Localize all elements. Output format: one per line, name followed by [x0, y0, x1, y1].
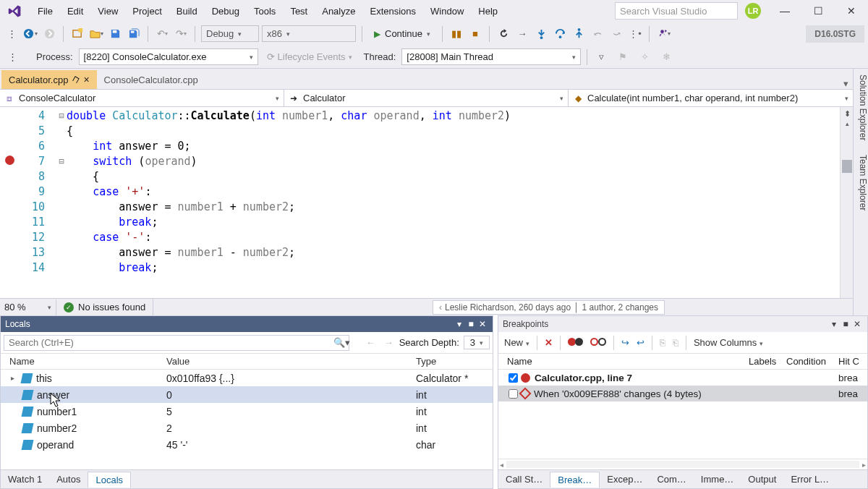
- new-breakpoint-dropdown[interactable]: New ▾: [504, 337, 529, 348]
- locals-row[interactable]: this0x010ffa93 {...}Calculator *: [1, 370, 493, 386]
- breakpoint-row[interactable]: Calculator.cpp, line 7brea: [498, 370, 867, 386]
- new-project-button[interactable]: [69, 26, 85, 42]
- bp-col-labels[interactable]: Labels: [749, 354, 786, 369]
- open-file-button[interactable]: ▾: [88, 26, 104, 42]
- panel-tab-locals[interactable]: Locals: [88, 472, 131, 488]
- restart-button[interactable]: [495, 26, 511, 42]
- breakpoint-gutter[interactable]: [0, 107, 20, 298]
- col-header-value[interactable]: Value: [163, 354, 413, 369]
- vertical-scrollbar[interactable]: ▴: [841, 120, 853, 298]
- menu-extensions[interactable]: Extensions: [362, 3, 423, 20]
- user-badge[interactable]: LR: [745, 3, 761, 19]
- panel-tab[interactable]: Output: [741, 472, 783, 487]
- save-button[interactable]: [107, 26, 123, 42]
- codelens-pill[interactable]: ‹ Leslie Richardson, 260 days ago │ 1 au…: [433, 300, 665, 315]
- go-to-source-button[interactable]: ⎘: [660, 337, 665, 348]
- close-icon[interactable]: ✕: [477, 318, 488, 330]
- breakpoint-checkbox[interactable]: [509, 373, 518, 383]
- thread-flag-button[interactable]: ▿: [593, 49, 609, 65]
- horizontal-scrollbar[interactable]: ◂▸: [498, 459, 867, 469]
- locals-row[interactable]: number22int: [1, 420, 493, 436]
- menu-analyze[interactable]: Analyze: [315, 3, 362, 20]
- breakpoint-glyph-icon[interactable]: [5, 156, 14, 165]
- search-next-icon[interactable]: →: [381, 337, 396, 348]
- close-button[interactable]: ✕: [835, 0, 868, 22]
- nav-project-dropdown[interactable]: ⧈ ConsoleCalculator ▾: [0, 90, 284, 106]
- step-out-button[interactable]: [571, 26, 587, 42]
- close-icon[interactable]: ✕: [851, 318, 863, 330]
- solution-platform-dropdown[interactable]: x86▾: [262, 25, 356, 42]
- break-all-button[interactable]: ▮▮: [448, 26, 464, 42]
- panel-dropdown-icon[interactable]: ▾: [828, 318, 840, 330]
- import-breakpoints-button[interactable]: ↩: [637, 337, 644, 348]
- panel-tab[interactable]: Imme…: [694, 472, 741, 487]
- export-breakpoints-button[interactable]: ↪: [621, 337, 629, 348]
- nav-member-dropdown[interactable]: ◆ Calculate(int number1, char operand, i…: [569, 90, 853, 106]
- menu-window[interactable]: Window: [423, 3, 471, 20]
- menu-build[interactable]: Build: [169, 3, 205, 20]
- search-input[interactable]: Search Visual Studio: [615, 2, 738, 20]
- undo-button[interactable]: ↶▾: [154, 26, 170, 42]
- locals-row[interactable]: answer0int: [1, 386, 493, 403]
- col-header-type[interactable]: Type: [413, 354, 493, 369]
- solution-config-dropdown[interactable]: Debug▾: [201, 25, 259, 42]
- menu-project[interactable]: Project: [125, 3, 169, 20]
- panel-dropdown-icon[interactable]: ▾: [454, 318, 465, 330]
- pin-icon[interactable]: ■: [465, 318, 477, 330]
- minimize-button[interactable]: —: [768, 0, 801, 22]
- panel-tab[interactable]: Com…: [650, 472, 693, 487]
- locals-row[interactable]: number15int: [1, 403, 493, 420]
- panel-tab-autos[interactable]: Autos: [49, 472, 88, 487]
- locals-search-input[interactable]: [4, 335, 349, 351]
- breakpoint-checkbox[interactable]: [509, 389, 518, 399]
- disable-all-breakpoints-button[interactable]: [590, 337, 606, 348]
- split-icon[interactable]: ⬍: [841, 107, 853, 120]
- show-next-statement-button[interactable]: →: [514, 26, 530, 42]
- menu-test[interactable]: Test: [283, 3, 315, 20]
- thread-dropdown[interactable]: [28008] Main Thread▾: [401, 48, 581, 65]
- go-to-disassembly-button[interactable]: ⎗: [673, 337, 678, 348]
- maximize-button[interactable]: ☐: [801, 0, 835, 22]
- process-dropdown[interactable]: [8220] ConsoleCalculator.exe▾: [79, 48, 258, 65]
- search-depth-dropdown[interactable]: 3 ▾: [464, 336, 490, 349]
- file-tab[interactable]: ConsoleCalculator.cpp: [97, 70, 205, 89]
- pin-icon[interactable]: ■: [840, 318, 851, 330]
- tab-overflow-icon[interactable]: ▾: [843, 78, 853, 89]
- search-icon[interactable]: 🔍▾: [333, 337, 350, 348]
- step-backward-button[interactable]: ⤺: [590, 26, 605, 42]
- side-tab-team-explorer[interactable]: Team Explorer: [854, 152, 868, 213]
- file-tab-active[interactable]: Calculator.cpp ⊓ ×: [1, 70, 97, 89]
- pin-icon[interactable]: ⊓: [70, 74, 81, 86]
- menu-file[interactable]: File: [30, 3, 60, 20]
- panel-tab-watch-1[interactable]: Watch 1: [1, 472, 49, 487]
- panel-tab[interactable]: Break…: [550, 472, 600, 488]
- nav-back-button[interactable]: ▾: [22, 26, 38, 42]
- editor[interactable]: 4567891011121314 ⊟ ⊟ double Calculator::…: [0, 107, 853, 298]
- zoom-dropdown[interactable]: 80 %▾: [0, 299, 56, 315]
- enable-all-breakpoints-button[interactable]: [568, 337, 584, 348]
- panel-tab[interactable]: Error L…: [783, 472, 836, 487]
- delete-breakpoint-button[interactable]: ✕: [545, 337, 553, 348]
- menu-help[interactable]: Help: [471, 3, 505, 20]
- bp-col-hitcount[interactable]: Hit C: [838, 354, 867, 369]
- panel-tab[interactable]: Call St…: [498, 472, 550, 487]
- step-forward-button[interactable]: ⤻: [608, 26, 624, 42]
- breakpoints-title-bar[interactable]: Breakpoints ▾ ■ ✕: [498, 316, 867, 332]
- show-columns-dropdown[interactable]: Show Columns ▾: [694, 337, 763, 348]
- step-into-button[interactable]: [533, 26, 549, 42]
- panel-tab[interactable]: Excep…: [600, 472, 650, 487]
- bp-col-name[interactable]: Name: [498, 354, 749, 369]
- thread-freeze-button[interactable]: ❄: [658, 49, 674, 65]
- menu-edit[interactable]: Edit: [60, 3, 90, 20]
- code-text[interactable]: double Calculator::Calculate(int number1…: [67, 107, 840, 298]
- issues-indicator[interactable]: ✓ No issues found: [56, 299, 153, 315]
- stop-debug-button[interactable]: ■: [467, 26, 483, 42]
- more-debug-button[interactable]: ⋮•: [627, 26, 643, 42]
- menu-tools[interactable]: Tools: [247, 3, 283, 20]
- breakpoint-row[interactable]: When '0x009EF888' changes (4 bytes)brea: [498, 386, 867, 401]
- nav-class-dropdown[interactable]: ➜ Calculator ▾: [284, 90, 569, 106]
- lifecycle-events-dropdown[interactable]: ⟳ Lifecycle Events ▾: [264, 51, 355, 62]
- thread-marker-button[interactable]: ✧: [637, 49, 652, 65]
- thread-filter-button[interactable]: ⚑: [615, 49, 631, 65]
- live-share-button[interactable]: ▾: [655, 26, 671, 42]
